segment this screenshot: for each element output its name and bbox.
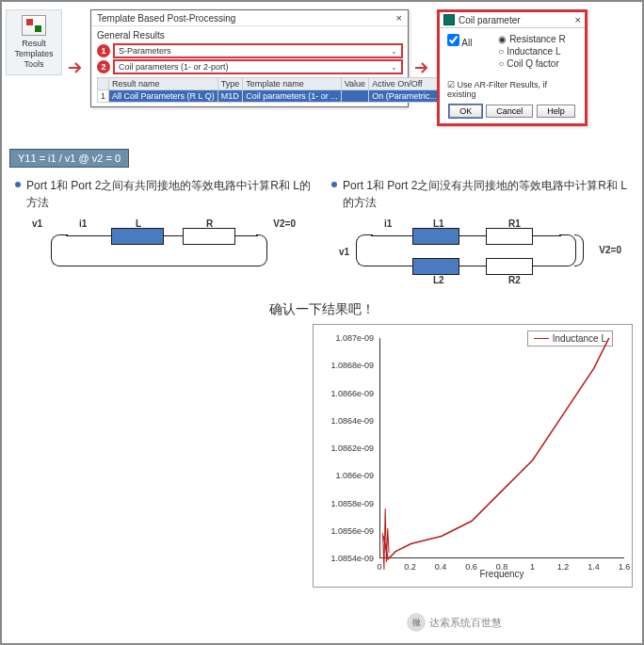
cell-value <box>341 90 368 103</box>
template-postprocessing-dialog: Template Based Post-Processing × General… <box>90 9 409 107</box>
ok-button[interactable]: OK <box>449 105 482 118</box>
step-2-badge: 2 <box>97 60 110 73</box>
v1-label: v1 <box>32 218 42 229</box>
chevron-down-icon: ⌄ <box>391 63 397 72</box>
coil-parameter-dialog: Coil parameter × All ◉ Resistance R ○ In… <box>437 9 588 126</box>
cell-type: M1D <box>217 90 243 103</box>
result-templates-icon <box>22 15 46 36</box>
col-type: Type <box>217 78 243 90</box>
formula-label: Y11 = i1 / v1 @ v2 = 0 <box>9 149 129 168</box>
ribbon-label: Result Templates Tools <box>14 39 53 69</box>
v2-label: V2=0 <box>273 218 296 229</box>
l2-label: L2 <box>433 275 444 285</box>
arrow-right-icon <box>414 60 431 75</box>
coilparams-combo[interactable]: Coil parameters (1- or 2-port) ⌄ <box>114 60 402 73</box>
general-results-label: General Results <box>97 30 402 40</box>
i1-label: i1 <box>79 218 87 229</box>
dialog-title: Template Based Post-Processing <box>97 13 235 24</box>
cell-name: All Coil Parameters (R L Q) <box>109 90 218 103</box>
v2-label: V2=0 <box>599 245 621 255</box>
col-active: Active On/Off <box>369 78 441 90</box>
watermark-icon: 微 <box>407 613 426 632</box>
col-value: Value <box>341 78 368 90</box>
coil-title: Coil parameter <box>459 15 521 25</box>
i1-label: i1 <box>384 218 392 229</box>
combo-text: Coil parameters (1- or 2-port) <box>119 62 229 72</box>
method-1-section: Port 1和 Port 2之间有共同接地的等效电路中计算R和 L的方法 i1 … <box>15 177 313 288</box>
result-templates-tools-button[interactable]: Result Templates Tools <box>6 9 62 75</box>
close-icon[interactable]: × <box>575 14 581 25</box>
y-axis: 1.087e-091.0868e-091.0866e-091.0864e-091… <box>317 338 376 558</box>
help-button[interactable]: Help <box>537 105 575 118</box>
coil-app-icon <box>443 14 455 25</box>
v1-label: v1 <box>339 247 349 257</box>
arrow-right-icon <box>68 60 85 75</box>
chevron-down-icon: ⌄ <box>391 47 397 56</box>
col-template: Template name <box>243 78 342 90</box>
method-2-section: Port 1和 Port 2之间没有共同接地的等效电路中计算R和 L的方法 i1… <box>331 177 629 288</box>
all-checkbox[interactable]: All <box>447 34 472 76</box>
r2-label: R2 <box>508 275 521 285</box>
arfilter-checkbox[interactable]: ☑ Use AR-Filter Results, if existing <box>447 80 577 99</box>
cancel-button[interactable]: Cancel <box>486 105 533 118</box>
col-name: Result name <box>109 78 218 90</box>
watermark: 微 达索系统百世慧 <box>407 613 502 632</box>
sparams-combo[interactable]: S-Parameters ⌄ <box>114 44 402 57</box>
step-1-badge: 1 <box>97 44 110 57</box>
inductance-radio[interactable]: ○ Inductance L <box>498 46 565 56</box>
results-table: Result name Type Template name Value Act… <box>97 77 441 103</box>
row-index: 1 <box>98 90 109 103</box>
resistance-radio[interactable]: ◉ Resistance R <box>498 34 565 44</box>
method-1-title: Port 1和 Port 2之间有共同接地的等效电路中计算R和 L的方法 <box>15 177 313 211</box>
curve <box>380 338 624 582</box>
method-2-title: Port 1和 Port 2之间没有共同接地的等效电路中计算R和 L的方法 <box>331 177 629 211</box>
confirm-text: 确认一下结果吧！ <box>2 301 642 318</box>
qfactor-radio[interactable]: ○ Coil Q factor <box>498 58 565 69</box>
combo-text: S-Parameters <box>119 46 171 56</box>
cell-template: Coil parameters (1- or ... <box>243 90 342 103</box>
row-header <box>98 78 109 90</box>
cell-active: On (Parametric... <box>369 90 441 103</box>
close-icon[interactable]: × <box>396 12 402 24</box>
x-axis: Frequency 00.20.40.60.811.21.41.6 <box>379 560 624 577</box>
table-row[interactable]: 1 All Coil Parameters (R L Q) M1D Coil p… <box>98 90 441 103</box>
plot-area <box>379 338 624 558</box>
inductance-chart: Inductance L 1.087e-091.0868e-091.0866e-… <box>313 324 633 588</box>
